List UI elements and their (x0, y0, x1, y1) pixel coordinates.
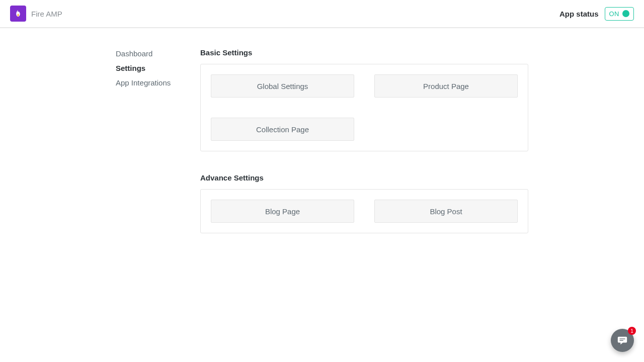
brand: Fire AMP (10, 6, 62, 22)
app-name: Fire AMP (31, 10, 62, 18)
sidebar-item-settings[interactable]: Settings (116, 64, 200, 72)
status-value: ON (609, 10, 620, 18)
tile-collection-page[interactable]: Collection Page (211, 118, 354, 141)
content: Dashboard Settings App Integrations Basi… (0, 28, 644, 233)
advance-settings-title: Advance Settings (200, 173, 528, 182)
tile-blog-page[interactable]: Blog Page (211, 200, 354, 223)
tile-global-settings[interactable]: Global Settings (211, 74, 354, 98)
basic-settings-card: Global Settings Product Page Collection … (200, 64, 528, 151)
basic-settings-title: Basic Settings (200, 48, 528, 57)
advance-settings-card: Blog Page Blog Post (200, 189, 528, 233)
app-header: Fire AMP App status ON (0, 0, 644, 28)
svg-rect-0 (620, 338, 625, 339)
chat-widget-button[interactable]: 1 (611, 329, 634, 352)
app-status-toggle[interactable]: ON (605, 7, 634, 21)
status-dot-icon (622, 10, 629, 17)
app-status-label: App status (559, 10, 599, 18)
sidebar-item-dashboard[interactable]: Dashboard (116, 49, 200, 58)
tile-blog-post[interactable]: Blog Post (374, 200, 518, 223)
sidebar-item-app-integrations[interactable]: App Integrations (116, 78, 200, 87)
tile-product-page[interactable]: Product Page (374, 74, 518, 98)
main-area: Basic Settings Global Settings Product P… (200, 48, 528, 233)
sidebar-nav: Dashboard Settings App Integrations (0, 48, 200, 233)
status-area: App status ON (559, 7, 634, 21)
svg-rect-1 (620, 340, 623, 341)
chat-badge: 1 (628, 327, 636, 335)
flame-icon (10, 6, 26, 22)
chat-icon (617, 335, 628, 346)
